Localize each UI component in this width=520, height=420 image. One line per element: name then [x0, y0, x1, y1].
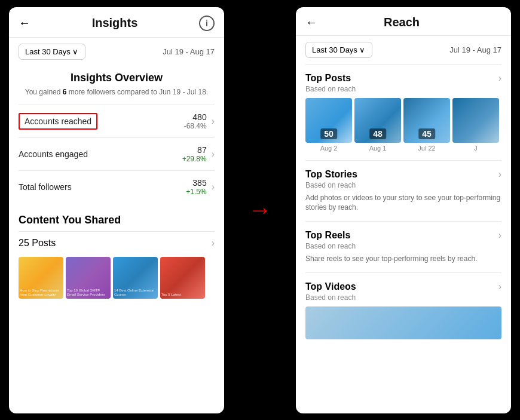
red-arrow: →	[248, 197, 272, 223]
accounts-engaged-values: 87 +29.8% ›	[182, 145, 215, 163]
insights-header: ← Insights i	[9, 7, 224, 38]
top-videos-header: Top Videos Based on reach ›	[305, 281, 501, 302]
reach-panel: ← Reach Last 30 Days ∨ Jul 19 - Aug 17 T…	[296, 7, 511, 413]
top-reels-section: Top Reels Based on reach › Share reels t…	[305, 221, 501, 272]
top-post-4	[452, 98, 499, 143]
thumbnail-4: Top 5 Latest	[160, 257, 205, 299]
top-post-1: 50	[305, 98, 352, 143]
insights-date-range: Jul 19 - Aug 17	[163, 47, 215, 56]
post-2-count: 48	[369, 128, 386, 139]
thumbnails-row: How to Stop Restrictions from Customer L…	[19, 257, 215, 299]
reach-date-dropdown[interactable]: Last 30 Days ∨	[305, 42, 372, 58]
top-videos-title-block: Top Videos Based on reach	[305, 281, 356, 302]
post-1-count: 50	[320, 128, 337, 139]
reach-header: ← Reach	[296, 7, 511, 36]
top-videos-thumbnail	[305, 306, 501, 339]
thumb-text-3: 14 Best Online Extension Course	[114, 289, 157, 297]
top-reels-title: Top Reels	[305, 230, 356, 241]
post-1-date: Aug 2	[320, 145, 338, 152]
accounts-reached-row[interactable]: Accounts reached 480 -68.4% ›	[19, 105, 215, 137]
accounts-reached-label: Accounts reached	[19, 113, 97, 130]
total-followers-number: 385	[186, 178, 206, 188]
posts-chevron: ›	[212, 238, 215, 249]
thumbnail-2: Top 10 Global SMTP Email Service Provide…	[66, 257, 111, 299]
top-videos-thumb-container	[305, 306, 501, 339]
middle-arrow-container: →	[242, 197, 278, 223]
accounts-engaged-row[interactable]: Accounts engaged 87 +29.8% ›	[19, 137, 215, 170]
thumb-text-2: Top 10 Global SMTP Email Service Provide…	[67, 289, 109, 297]
total-followers-values: 385 +1.5% ›	[186, 178, 215, 196]
thumbnail-3: 14 Best Online Extension Course	[113, 257, 158, 299]
top-reels-title-block: Top Reels Based on reach	[305, 230, 356, 250]
insights-panel: ← Insights i Last 30 Days ∨ Jul 19 - Aug…	[9, 7, 224, 413]
reach-date-range: Jul 19 - Aug 17	[449, 45, 501, 54]
top-stories-title-block: Top Stories Based on reach	[305, 169, 357, 189]
posts-label: 25 Posts	[19, 238, 56, 249]
accounts-reached-values: 480 -68.4% ›	[184, 112, 215, 130]
top-posts-chevron[interactable]: ›	[498, 73, 501, 84]
accounts-engaged-number: 87	[182, 145, 207, 155]
insights-date-row: Last 30 Days ∨ Jul 19 - Aug 17	[9, 38, 224, 66]
reach-back-button[interactable]: ←	[305, 16, 317, 29]
post-col-2: 48 Aug 1	[354, 98, 401, 152]
top-videos-chevron[interactable]: ›	[498, 281, 501, 292]
top-stories-chevron[interactable]: ›	[498, 169, 501, 180]
insights-content: Insights Overview You gained 6 more foll…	[9, 66, 224, 413]
top-reels-desc: Share reels to see your top-performing r…	[305, 254, 501, 264]
top-posts-section: Top Posts Based on reach › 50 Aug 2 4	[305, 64, 501, 160]
top-posts-sub: Based on reach	[305, 85, 356, 93]
top-videos-title: Top Videos	[305, 281, 356, 292]
post-col-4: J	[452, 98, 499, 152]
top-stories-sub: Based on reach	[305, 181, 357, 189]
top-stories-header: Top Stories Based on reach ›	[305, 169, 501, 189]
top-posts-title-block: Top Posts Based on reach	[305, 73, 356, 93]
content-section-title: Content You Shared	[19, 214, 215, 226]
top-stories-title: Top Stories	[305, 169, 357, 180]
accounts-engaged-label: Accounts engaged	[19, 149, 88, 159]
info-icon[interactable]: i	[199, 16, 215, 31]
top-videos-sub: Based on reach	[305, 293, 356, 302]
thumb-text-4: Top 5 Latest	[161, 293, 204, 297]
thumb-text-1: How to Stop Restrictions from Customer L…	[20, 289, 62, 297]
post-3-date: Jul 22	[418, 145, 435, 152]
post-2-date: Aug 1	[369, 145, 387, 152]
insights-date-dropdown[interactable]: Last 30 Days ∨	[19, 44, 85, 60]
post-4-date: J	[474, 145, 478, 152]
accounts-reached-change: -68.4%	[184, 122, 207, 130]
followers-gained-text: You gained 6 more followers compared to …	[19, 88, 215, 96]
insights-overview-title: Insights Overview	[19, 72, 215, 84]
total-followers-row[interactable]: Total followers 385 +1.5% ›	[19, 170, 215, 203]
top-reels-header: Top Reels Based on reach ›	[305, 230, 501, 250]
post-col-1: 50 Aug 2	[305, 98, 352, 152]
top-reels-chevron[interactable]: ›	[498, 230, 501, 241]
insights-title: Insights	[92, 16, 138, 30]
top-reels-sub: Based on reach	[305, 242, 356, 250]
top-posts-header: Top Posts Based on reach ›	[305, 73, 501, 93]
posts-row[interactable]: 25 Posts ›	[19, 231, 215, 255]
top-posts-images: 50 Aug 2 48 Aug 1 45 Jul 22	[305, 98, 501, 152]
post-3-count: 45	[418, 128, 435, 139]
thumbnail-1: How to Stop Restrictions from Customer L…	[19, 257, 63, 299]
accounts-engaged-chevron: ›	[212, 149, 215, 160]
accounts-reached-chevron: ›	[212, 116, 215, 127]
back-button[interactable]: ←	[19, 16, 30, 30]
accounts-engaged-change: +29.8%	[182, 155, 207, 163]
total-followers-label: Total followers	[19, 182, 72, 192]
reach-content: Top Posts Based on reach › 50 Aug 2 4	[296, 64, 511, 413]
top-post-2: 48	[354, 98, 401, 143]
reach-title: Reach	[384, 16, 420, 29]
total-followers-change: +1.5%	[186, 188, 206, 196]
top-post-3: 45	[403, 98, 450, 143]
reach-date-row: Last 30 Days ∨ Jul 19 - Aug 17	[296, 36, 511, 64]
total-followers-chevron: ›	[212, 182, 215, 192]
main-container: ← Insights i Last 30 Days ∨ Jul 19 - Aug…	[0, 0, 520, 420]
top-stories-desc: Add photos or videos to your story to se…	[305, 193, 501, 213]
top-posts-title: Top Posts	[305, 73, 356, 84]
top-stories-section: Top Stories Based on reach › Add photos …	[305, 160, 501, 222]
top-videos-section: Top Videos Based on reach ›	[305, 272, 501, 348]
accounts-reached-number: 480	[184, 112, 207, 122]
post-col-3: 45 Jul 22	[403, 98, 450, 152]
